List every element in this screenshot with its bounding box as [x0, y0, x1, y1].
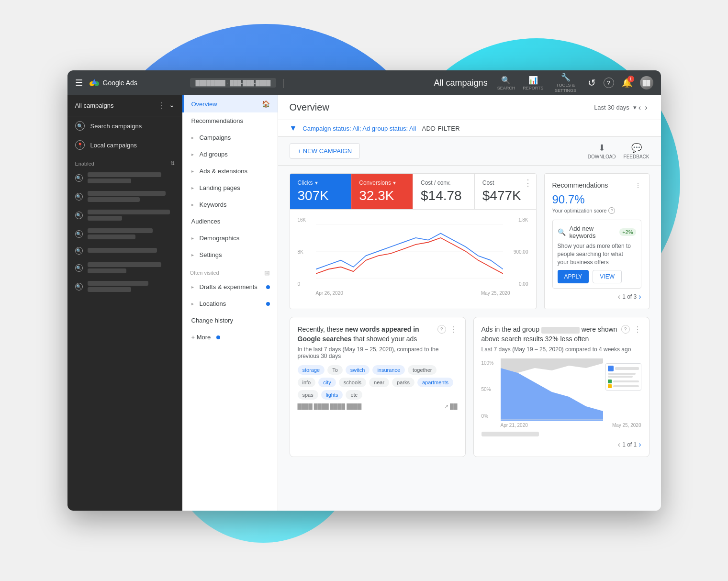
nav-item-demographics[interactable]: ▸ Demographics — [182, 230, 278, 246]
landing-arrow: ▸ — [191, 185, 194, 190]
nav-item-more[interactable]: + More — [182, 329, 278, 346]
nav-item-recommendations[interactable]: Recommendations — [182, 112, 278, 129]
insight-card-1-title: Recently, these new words appeared in Go… — [298, 325, 434, 344]
insight-more-icon-1[interactable]: ⋮ — [450, 325, 458, 334]
nav-item-locations[interactable]: ▸ Locations — [182, 295, 278, 312]
date-next-btn[interactable]: › — [643, 101, 649, 114]
rec-prev-btn[interactable]: ‹ — [618, 292, 620, 301]
campaigns-arrow: ▸ — [191, 135, 194, 140]
insight-card-2-footer — [482, 431, 641, 436]
insight-card-2-title: Ads in the ad group were shown above sea… — [482, 325, 617, 344]
tag-apartments: apartments — [417, 378, 453, 387]
conversions-label-text: Conversions — [359, 179, 391, 186]
insight-x-left: Apr 21, 2020 — [501, 423, 528, 428]
tag-near: near — [369, 378, 389, 387]
date-range-text: Last 30 days — [594, 104, 629, 111]
refresh-icon[interactable]: ↺ — [588, 77, 596, 89]
rec-pagination: ‹ 1 of 3 › — [552, 292, 641, 301]
sidebar-sort-icon[interactable]: ⇅ — [170, 160, 175, 167]
rec-item-title: Add new keywords — [570, 225, 616, 239]
insight-next-btn[interactable]: › — [638, 440, 641, 449]
menu-icon[interactable]: ☰ — [75, 78, 83, 88]
new-campaign-button[interactable]: + NEW CAMPAIGN — [290, 143, 360, 159]
nav-item-settings[interactable]: ▸ Settings — [182, 246, 278, 263]
campaign-icon-4: 🔍 — [75, 230, 83, 238]
settings-arrow: ▸ — [191, 252, 194, 257]
reports-topbar-group[interactable]: 📊 REPORTS — [523, 76, 543, 90]
insight-help-icon-2[interactable]: ? — [621, 325, 630, 334]
nav-item-audiences[interactable]: Audiences — [182, 213, 278, 230]
nav-item-ads-extensions[interactable]: ▸ Ads & extensions — [182, 163, 278, 179]
campaign-item-6[interactable]: 🔍 — [67, 258, 182, 277]
chart-x-labels: Apr 26, 2020 May 25, 2020 — [298, 290, 528, 296]
sidebar-item-local-campaigns[interactable]: 📍 Local campaigns — [67, 135, 182, 155]
sidebar-title: All campaigns — [75, 102, 114, 109]
campaign-icon-2: 🔍 — [75, 193, 83, 201]
nav-item-campaigns[interactable]: ▸ Campaigns — [182, 129, 278, 146]
sidebar-more-icon[interactable]: ⋮ — [157, 101, 165, 110]
clicks-arrow-icon: ▾ — [315, 179, 318, 186]
conversions-label: Conversions ▾ — [359, 179, 405, 186]
account-avatar[interactable]: ██ — [640, 76, 653, 89]
campaign-item-1[interactable]: 🔍 — [67, 168, 182, 187]
campaign-item-2[interactable]: 🔍 — [67, 187, 182, 206]
nav-section-often: Often visited ⊞ — [182, 263, 278, 279]
rec-score-label: Your optimization score ? — [552, 207, 641, 214]
search-topbar-group[interactable]: 🔍 SEARCH — [497, 76, 515, 90]
help-icon[interactable]: ? — [604, 78, 614, 88]
rec-more-icon[interactable]: ⋮ — [635, 181, 641, 189]
rec-badge: +2% — [619, 228, 636, 236]
date-prev-btn[interactable]: ‹ — [637, 101, 643, 114]
insight-more-icon-2[interactable]: ⋮ — [634, 325, 641, 334]
nav-recommendations-label: Recommendations — [191, 117, 243, 124]
tag-parks: parks — [392, 378, 414, 387]
insight-help-icon-1[interactable]: ? — [437, 325, 446, 334]
insight-card-1-header: Recently, these new words appeared in Go… — [298, 325, 458, 344]
insight-chart-area: 100% 50% 0% — [482, 358, 641, 421]
insight-prev-btn[interactable]: ‹ — [618, 440, 620, 449]
ad-preview — [605, 363, 641, 391]
topbar-right: 🔍 SEARCH 📊 REPORTS 🔧 TOOLS & SETTINGS ↺ … — [497, 73, 653, 93]
apply-button[interactable]: APPLY — [558, 270, 589, 283]
nav-item-drafts[interactable]: ▸ Drafts & experiments — [182, 279, 278, 295]
nav-item-landing-pages[interactable]: ▸ Landing pages — [182, 179, 278, 196]
nav-panel: Overview 🏠 Recommendations ▸ Campaigns ▸… — [182, 95, 278, 511]
nav-landing-label: Landing pages — [200, 184, 240, 191]
search-campaigns-icon: 🔍 — [75, 121, 85, 131]
campaign-item-3[interactable]: 🔍 — [67, 206, 182, 224]
nav-item-adgroups[interactable]: ▸ Ad groups — [182, 146, 278, 163]
sidebar-expand-icon[interactable]: ⌄ — [169, 101, 175, 110]
nav-item-overview[interactable]: Overview 🏠 — [182, 95, 278, 112]
cost-value: $477K — [482, 188, 528, 203]
metrics-more-btn[interactable]: ⋮ — [524, 178, 532, 188]
view-button[interactable]: VIEW — [593, 270, 622, 283]
insight-card-2-sub: Last 7 days (May 19 – 25, 2020) compared… — [482, 346, 641, 353]
nav-item-change-history[interactable]: Change history — [182, 312, 278, 329]
feedback-icon: 💬 — [631, 143, 642, 153]
locations-dot — [266, 302, 270, 306]
feedback-label: FEEDBACK — [624, 154, 650, 159]
campaign-item-4[interactable]: 🔍 — [67, 224, 182, 243]
sidebar-item-search-campaigns[interactable]: 🔍 Search campaigns — [67, 116, 182, 135]
add-filter-button[interactable]: ADD FILTER — [422, 125, 460, 132]
rec-next-btn[interactable]: › — [638, 292, 641, 301]
app-name: Google Ads — [103, 79, 137, 87]
tools-topbar-group[interactable]: 🔧 TOOLS & SETTINGS — [551, 73, 580, 93]
insight-footer-text-2 — [482, 432, 539, 436]
metrics-row: Clicks ▾ 307K Conversions ▾ 32.3 — [290, 174, 536, 210]
toolbar: + NEW CAMPAIGN ⬇ DOWNLOAD 💬 FEEDBACK — [278, 137, 661, 166]
campaign-item-7[interactable]: 🔍 — [67, 277, 182, 296]
locations-arrow: ▸ — [191, 301, 194, 306]
date-range-selector[interactable]: Last 30 days ▾ — [594, 104, 637, 111]
download-action[interactable]: ⬇ DOWNLOAD — [588, 143, 616, 159]
feedback-action[interactable]: 💬 FEEDBACK — [624, 143, 650, 159]
campaign-item-5[interactable]: 🔍 — [67, 243, 182, 258]
notifications-icon-wrapper[interactable]: 🔔 1 — [622, 78, 632, 88]
filter-chip[interactable]: Campaign status: All; Ad group status: A… — [302, 125, 416, 132]
often-visited-label: Often visited — [190, 270, 219, 276]
campaign-icon-5: 🔍 — [75, 247, 83, 255]
nav-item-keywords[interactable]: ▸ Keywords — [182, 196, 278, 213]
account-info[interactable]: ████████ · ███-███-████ — [190, 78, 277, 88]
page-title: Overview — [290, 102, 594, 113]
conversions-value: 32.3K — [359, 188, 405, 203]
